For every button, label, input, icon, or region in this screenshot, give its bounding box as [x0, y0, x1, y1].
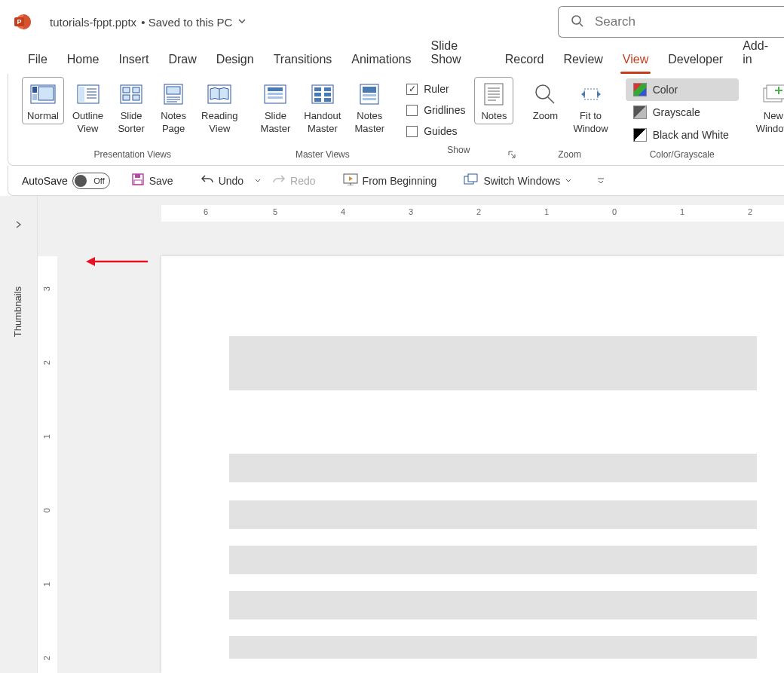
tab-review[interactable]: Review [553, 47, 612, 74]
svg-rect-8 [38, 87, 54, 100]
svg-text:P: P [17, 18, 21, 26]
slide-sorter-button[interactable]: Slide Sorter [112, 77, 151, 137]
svg-rect-34 [314, 93, 321, 96]
guides-checkbox[interactable]: Guides [402, 121, 470, 142]
normal-view-button[interactable]: Normal [22, 77, 64, 124]
undo-dropdown-icon[interactable] [254, 177, 262, 185]
title-bar: P tutorials-fppt.pptx • Saved to this PC [0, 0, 784, 44]
svg-rect-36 [314, 98, 321, 102]
svg-rect-40 [363, 94, 376, 96]
save-status[interactable]: • Saved to this PC [138, 16, 232, 29]
tab-addins[interactable]: Add-in [733, 33, 784, 74]
notes-label: Notes [481, 109, 507, 122]
content-placeholder[interactable] [229, 591, 757, 619]
grayscale-button[interactable]: Grayscale [626, 101, 739, 124]
switch-windows-button[interactable]: Switch Windows [458, 170, 578, 191]
svg-rect-39 [363, 87, 376, 93]
black-and-white-button[interactable]: Black and White [626, 124, 739, 146]
content-placeholder[interactable] [229, 636, 757, 659]
redo-button[interactable]: Redo [266, 170, 321, 191]
notes-page-icon [164, 81, 183, 108]
tab-transitions[interactable]: Transitions [264, 47, 342, 74]
outline-view-label: Outline View [72, 109, 103, 135]
title-placeholder[interactable] [229, 336, 757, 390]
ruler-checkbox[interactable]: Ruler [402, 78, 470, 99]
new-window-button[interactable]: New Window [751, 77, 784, 137]
zoom-label: Zoom [533, 109, 558, 122]
thumbnails-label[interactable]: Thumbnails [12, 286, 23, 337]
color-button[interactable]: Color [626, 78, 739, 101]
svg-line-49 [548, 97, 554, 103]
svg-rect-41 [363, 98, 376, 100]
undo-button[interactable]: Undo [194, 170, 250, 191]
gridlines-checkbox[interactable]: Gridlines [402, 99, 470, 121]
reading-view-button[interactable]: Reading View [196, 77, 243, 137]
tab-slideshow[interactable]: Slide Show [421, 33, 495, 74]
tab-design[interactable]: Design [207, 47, 264, 74]
group-label-color-grayscale: Color/Grayscale [650, 146, 715, 163]
slide-sorter-icon [120, 81, 142, 108]
powerpoint-logo-icon: P [14, 13, 32, 31]
chevron-down-icon[interactable] [237, 16, 247, 29]
grayscale-swatch-icon [633, 106, 647, 119]
bw-swatch-icon [633, 128, 647, 142]
slide-sorter-label: Slide Sorter [118, 109, 144, 135]
thumbnails-pane-collapsed: Thumbnails [0, 196, 38, 673]
save-icon [131, 173, 145, 188]
content-placeholder[interactable] [229, 546, 757, 574]
handout-master-button[interactable]: Handout Master [299, 77, 346, 137]
qat-customize-icon[interactable] [596, 176, 605, 185]
svg-rect-21 [167, 87, 180, 94]
content-placeholder[interactable] [229, 454, 757, 482]
svg-point-48 [536, 85, 550, 99]
tab-draw[interactable]: Draw [158, 47, 206, 74]
slide-master-label: Slide Master [261, 109, 291, 135]
svg-rect-29 [268, 93, 283, 95]
expand-thumbnails-icon[interactable] [14, 220, 23, 231]
new-window-icon [761, 81, 784, 108]
checkbox-checked-icon [406, 84, 418, 95]
slide-master-button[interactable]: Slide Master [256, 77, 296, 137]
tab-view[interactable]: View [613, 47, 658, 74]
fit-to-window-button[interactable]: Fit to Window [568, 77, 613, 137]
content-placeholder[interactable] [229, 500, 757, 529]
notes-master-label: Notes Master [354, 109, 384, 135]
tab-animations[interactable]: Animations [341, 47, 421, 74]
tab-insert[interactable]: Insert [109, 47, 158, 74]
search-input[interactable] [595, 14, 784, 29]
svg-rect-17 [133, 87, 139, 93]
tab-developer[interactable]: Developer [658, 47, 733, 74]
vertical-ruler[interactable]: 3 2 1 0 1 2 [38, 256, 57, 673]
svg-rect-7 [32, 94, 37, 100]
ribbon-tabs: File Home Insert Draw Design Transitions… [0, 44, 784, 74]
ribbon: Normal Outline View Slide Sorter Notes P… [0, 74, 784, 196]
notes-button[interactable]: Notes [474, 77, 513, 124]
svg-rect-56 [135, 174, 140, 178]
group-label-presentation-views: Presentation Views [94, 146, 172, 163]
slide-canvas[interactable] [161, 256, 784, 673]
outline-view-button[interactable]: Outline View [67, 77, 109, 137]
svg-rect-32 [314, 87, 321, 91]
save-button[interactable]: Save [125, 170, 179, 191]
tab-record[interactable]: Record [495, 47, 554, 74]
group-master-views: Slide Master Handout Master Notes Master… [250, 74, 397, 165]
notes-master-icon [360, 81, 379, 108]
zoom-button[interactable]: Zoom [525, 77, 565, 124]
svg-rect-33 [324, 87, 331, 91]
autosave-toggle[interactable]: Off [72, 173, 110, 189]
autosave-label: AutoSave [22, 175, 68, 187]
svg-line-4 [580, 23, 583, 26]
outline-view-icon [77, 81, 100, 108]
notes-master-button[interactable]: Notes Master [349, 77, 390, 137]
tab-file[interactable]: File [18, 47, 57, 74]
reading-view-icon [207, 81, 231, 108]
show-dialog-launcher-icon[interactable] [507, 150, 516, 161]
from-beginning-button[interactable]: From Beginning [337, 170, 443, 191]
color-swatch-icon [633, 83, 647, 96]
notes-page-button[interactable]: Notes Page [154, 77, 193, 137]
svg-rect-10 [79, 87, 84, 102]
group-label-zoom: Zoom [558, 146, 581, 163]
notes-page-label: Notes Page [161, 109, 186, 135]
horizontal-ruler[interactable]: 6 5 4 3 2 1 0 1 2 [161, 205, 784, 222]
tab-home[interactable]: Home [57, 47, 109, 74]
